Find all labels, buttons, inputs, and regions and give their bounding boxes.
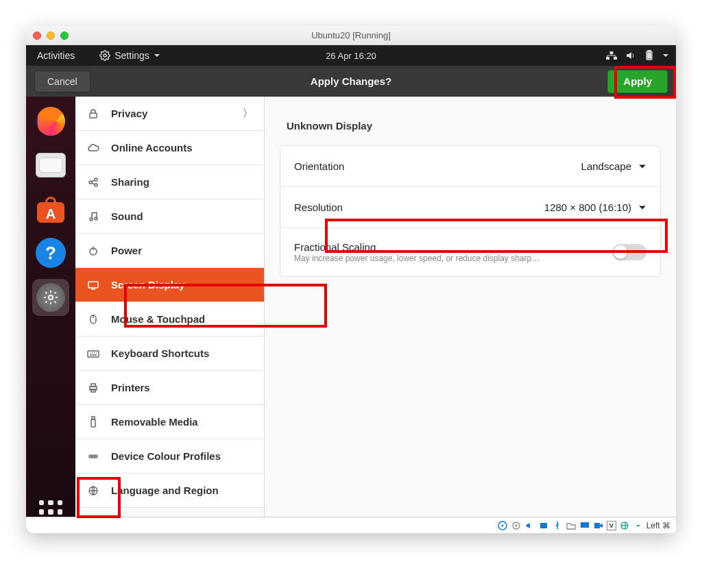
dock-help[interactable]: ? [33, 235, 69, 271]
svg-rect-21 [91, 419, 95, 427]
sidebar-item-removable-media[interactable]: Removable Media [75, 405, 264, 439]
vm-audio-icon[interactable] [524, 520, 535, 531]
svg-point-11 [95, 184, 97, 186]
dock-settings[interactable] [32, 279, 69, 316]
system-tray[interactable] [606, 50, 669, 61]
vm-shared-folder-icon[interactable] [566, 520, 577, 531]
sidebar-item-online-accounts[interactable]: Online Accounts [75, 131, 264, 165]
cloud-icon [86, 143, 100, 154]
svg-point-28 [501, 524, 503, 526]
vm-title: Ubuntu20 [Running] [26, 30, 676, 40]
printer-icon [86, 382, 100, 393]
dock-firefox[interactable] [33, 103, 69, 139]
volume-icon [625, 50, 636, 61]
fractional-scaling-description: May increase power usage, lower speed, o… [294, 254, 540, 263]
vm-recording-icon[interactable] [593, 520, 604, 531]
power-icon [86, 245, 100, 256]
svg-rect-3 [610, 51, 614, 54]
software-icon: A [36, 195, 66, 223]
sidebar-item-screen-display[interactable]: Screen Display [75, 268, 264, 302]
settings-sidebar: Privacy 〉 Online Accounts Sharing Sound … [75, 97, 265, 533]
chevron-down-icon [638, 162, 646, 171]
sidebar-item-language[interactable]: Language and Region [75, 474, 264, 508]
vm-vrde-icon[interactable]: V [607, 521, 616, 530]
dock: A ? [26, 97, 75, 533]
vm-usb-icon[interactable] [552, 520, 563, 531]
orientation-row[interactable]: Orientation Landscape [280, 146, 660, 187]
display-settings-card: Orientation Landscape Resolution 1280 × … [280, 145, 661, 277]
svg-rect-8 [90, 113, 97, 118]
sidebar-item-color[interactable]: Device Colour Profiles [75, 439, 264, 474]
resolution-row[interactable]: Resolution 1280 × 800 (16:10) [280, 187, 660, 228]
mac-titlebar: Ubuntu20 [Running] [26, 26, 676, 45]
keyboard-icon [86, 349, 100, 358]
resolution-label: Resolution [294, 201, 343, 213]
header-title: Apply Changes? [26, 75, 676, 87]
sidebar-item-mouse[interactable]: Mouse & Touchpad [75, 302, 264, 336]
color-icon [86, 452, 100, 461]
svg-point-9 [89, 181, 92, 184]
svg-rect-33 [594, 523, 600, 528]
svg-rect-1 [606, 57, 609, 60]
lock-icon [86, 108, 100, 119]
sidebar-item-power[interactable]: Power [75, 234, 264, 268]
svg-rect-17 [88, 351, 99, 357]
chevron-down-icon [662, 52, 669, 59]
dock-software[interactable]: A [33, 191, 69, 227]
sidebar-item-privacy[interactable]: Privacy 〉 [75, 97, 264, 131]
sidebar-item-label: Language and Region [111, 485, 219, 496]
sidebar-item-label: Sound [111, 210, 143, 222]
dock-files[interactable] [33, 147, 69, 183]
sidebar-item-label: Screen Display [111, 279, 185, 291]
svg-rect-5 [648, 50, 651, 51]
files-icon [36, 153, 66, 177]
sidebar-item-sound[interactable]: Sound [75, 199, 264, 234]
orientation-value: Landscape [581, 160, 631, 172]
svg-point-7 [49, 295, 53, 299]
help-icon: ? [36, 238, 66, 268]
svg-rect-20 [91, 389, 95, 392]
svg-rect-32 [581, 522, 589, 528]
fractional-scaling-toggle[interactable] [612, 244, 646, 260]
resolution-value: 1280 × 800 (16:10) [544, 201, 631, 213]
vm-harddisk-icon[interactable] [497, 520, 508, 531]
vm-optical-icon[interactable] [511, 520, 522, 531]
sidebar-item-keyboard[interactable]: Keyboard Shortcuts [75, 336, 264, 371]
svg-rect-22 [92, 417, 95, 419]
vm-display-icon[interactable] [579, 520, 590, 531]
display-heading: Unknown Display [287, 120, 661, 132]
orientation-label: Orientation [294, 160, 344, 172]
sidebar-item-sharing[interactable]: Sharing [75, 165, 264, 199]
share-icon [86, 177, 100, 188]
svg-rect-19 [91, 384, 95, 387]
svg-rect-31 [540, 523, 547, 528]
settings-icon [36, 283, 65, 312]
firefox-icon [36, 107, 65, 136]
battery-icon [644, 50, 654, 61]
sidebar-item-label: Sharing [111, 176, 149, 188]
usb-icon [86, 416, 100, 428]
svg-point-13 [95, 217, 97, 220]
vm-download-icon[interactable] [633, 520, 644, 531]
vm-globe-icon[interactable] [619, 520, 630, 531]
chevron-down-icon [638, 204, 646, 212]
main-pane: Unknown Display Orientation Landscape Re… [265, 97, 676, 533]
sidebar-item-label: Printers [111, 382, 150, 393]
sidebar-item-label: Online Accounts [111, 142, 193, 154]
sidebar-item-printers[interactable]: Printers [75, 371, 264, 405]
sidebar-item-label: Mouse & Touchpad [111, 313, 205, 325]
svg-rect-2 [614, 57, 617, 60]
music-icon [86, 211, 100, 222]
svg-point-29 [513, 522, 520, 529]
svg-point-25 [94, 454, 98, 458]
svg-point-30 [516, 525, 517, 526]
display-icon [86, 280, 100, 291]
sidebar-item-label: Device Colour Profiles [111, 450, 221, 462]
sidebar-item-label: Privacy [111, 108, 147, 119]
svg-point-12 [90, 218, 93, 221]
gnome-top-bar: Activities Settings 26 Apr 16:20 [26, 45, 676, 66]
clock[interactable]: 26 Apr 16:20 [26, 51, 676, 61]
svg-rect-6 [648, 53, 651, 58]
sidebar-item-label: Power [111, 245, 142, 256]
vm-network-icon[interactable] [538, 520, 549, 531]
